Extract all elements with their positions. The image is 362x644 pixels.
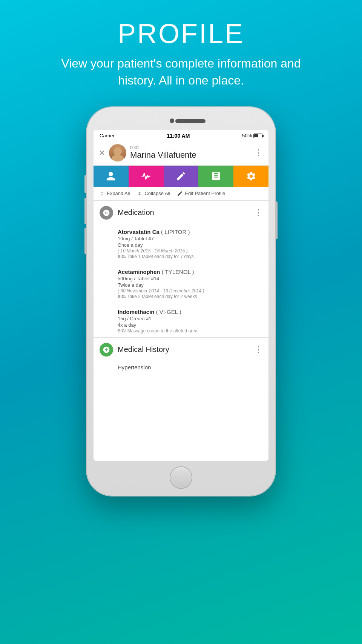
med-brand-1: ( LIPITOR ) <box>161 229 190 235</box>
home-button[interactable] <box>170 466 192 489</box>
close-button[interactable]: ✕ <box>99 148 105 157</box>
battery-percent: 50% <box>242 133 252 138</box>
medication-more-button[interactable]: ⋮ <box>254 208 262 218</box>
medical-history-icon <box>100 343 113 357</box>
medication-header: Medication ⋮ <box>94 201 268 225</box>
med-date-1: ( 10 March 2015 - 16 March 2015 ) <box>118 248 262 254</box>
med-name-2: Acetaminophen ( TYLENOL ) <box>118 269 262 275</box>
edit-profile-button[interactable]: Edit Patient Profile <box>177 191 225 197</box>
medication-title: Medication <box>118 208 254 217</box>
settings-icon <box>246 171 256 181</box>
med-name-3: Indomethacin ( VI-GEL ) <box>118 309 262 315</box>
action-bar: Expand All Collapse All Edit Patient Pro… <box>94 187 268 201</box>
collapse-icon <box>137 191 143 197</box>
phone-vol-up-btn <box>84 198 87 224</box>
expand-all-button[interactable]: Expand All <box>99 191 130 197</box>
sig-label-3: SIG: <box>118 329 127 333</box>
page-subtitle: View your patient's complete information… <box>53 55 309 89</box>
med-brand-2: ( TYLENOL ) <box>162 269 194 275</box>
medication-item: Indomethacin ( VI-GEL ) 15g / Cream #1 4… <box>94 305 268 337</box>
time-label: 11:00 AM <box>167 133 190 139</box>
patient-id: 0001 <box>130 145 255 150</box>
tab-profile[interactable] <box>94 166 129 187</box>
med-brand-3: ( VI-GEL ) <box>156 309 181 315</box>
vitals-icon <box>141 171 151 181</box>
medication-item: Atorvastatin Ca ( LIPITOR ) 10mg / Table… <box>94 225 268 263</box>
notes-icon <box>211 171 221 181</box>
med-divider-1 <box>118 264 262 264</box>
phone-vol-down-btn <box>84 228 87 254</box>
patient-name: Marina Villafuente <box>130 150 255 160</box>
phone-screen: Carrier 11:00 AM 50% ✕ 0001 Marina Villa… <box>94 130 268 461</box>
med-sig-3: SIG: Massage cream to the affeted area <box>118 328 262 334</box>
medication-item: Acetaminophen ( TYLENOL ) 500mg / Tablet… <box>94 265 268 303</box>
edit-icon <box>177 191 183 197</box>
med-name-text-2: Acetaminophen <box>118 269 160 275</box>
phone-mockup: Carrier 11:00 AM 50% ✕ 0001 Marina Villa… <box>87 107 275 496</box>
sig-label-1: SIG: <box>118 254 127 259</box>
front-camera <box>170 118 174 123</box>
collapse-all-label: Collapse All <box>144 191 170 196</box>
plus-circle-icon <box>103 346 110 354</box>
medication-icon <box>100 206 113 220</box>
page-title: PROFILE <box>118 18 244 49</box>
med-detail-3: 15g / Cream #1 <box>118 316 262 321</box>
med-name-text-3: Indomethacin <box>118 309 155 315</box>
sig-label-2: SIG: <box>118 294 127 299</box>
phone-mute-btn <box>84 175 87 193</box>
battery-fill <box>254 134 258 137</box>
med-date-2: ( 30 November 2014 - 13 December 2014 ) <box>118 288 262 294</box>
med-freq-3: 4x a day <box>118 322 262 328</box>
avatar-image <box>109 144 126 161</box>
tab-vitals[interactable] <box>129 166 164 187</box>
expand-icon <box>99 191 105 197</box>
medical-history-title: Medical History <box>118 345 254 354</box>
battery-area: 50% <box>242 133 262 138</box>
med-freq-1: Once a day <box>118 242 262 248</box>
patient-header: ✕ 0001 Marina Villafuente ⋮ <box>94 140 268 166</box>
phone-power-btn <box>275 201 278 239</box>
tab-settings[interactable] <box>233 166 268 187</box>
status-bar: Carrier 11:00 AM 50% <box>94 130 268 140</box>
med-sig-1: SIG: Take 1 tablet each day for 7 days <box>118 254 262 259</box>
person-icon <box>106 171 116 181</box>
medical-history-more-button[interactable]: ⋮ <box>254 345 262 355</box>
med-sig-2: SIG: Take 2 tablet each day for 2 weeks <box>118 294 262 299</box>
no-smoking-icon <box>103 209 110 217</box>
med-divider-2 <box>118 304 262 304</box>
screen-content: Medication ⋮ Atorvastatin Ca ( LIPITOR )… <box>94 201 268 461</box>
edit-profile-label: Edit Patient Profile <box>185 191 225 196</box>
phone-top-area <box>94 114 268 128</box>
carrier-label: Carrier <box>100 133 115 138</box>
medical-history-section: Medical History ⋮ Hypertension <box>94 338 268 373</box>
history-item: Hypertension <box>94 362 268 373</box>
med-detail-1: 10mg / Tablet #7 <box>118 236 262 241</box>
medical-history-header: Medical History ⋮ <box>94 338 268 362</box>
more-options-button[interactable]: ⋮ <box>255 148 263 158</box>
pencil-icon <box>176 171 186 181</box>
phone-speaker <box>175 119 206 123</box>
avatar <box>109 144 126 161</box>
tab-bar <box>94 166 268 187</box>
med-freq-2: Twice a day <box>118 282 262 288</box>
med-name-text-1: Atorvastatin Ca <box>118 229 160 235</box>
patient-info: 0001 Marina Villafuente <box>130 145 255 160</box>
med-name-1: Atorvastatin Ca ( LIPITOR ) <box>118 229 262 235</box>
tab-edit[interactable] <box>164 166 199 187</box>
medication-section: Medication ⋮ Atorvastatin Ca ( LIPITOR )… <box>94 201 268 338</box>
collapse-all-button[interactable]: Collapse All <box>137 191 170 197</box>
med-detail-2: 500mg / Tablet #14 <box>118 276 262 281</box>
expand-all-label: Expand All <box>107 191 130 196</box>
tab-notes[interactable] <box>198 166 233 187</box>
battery-icon <box>253 134 262 138</box>
